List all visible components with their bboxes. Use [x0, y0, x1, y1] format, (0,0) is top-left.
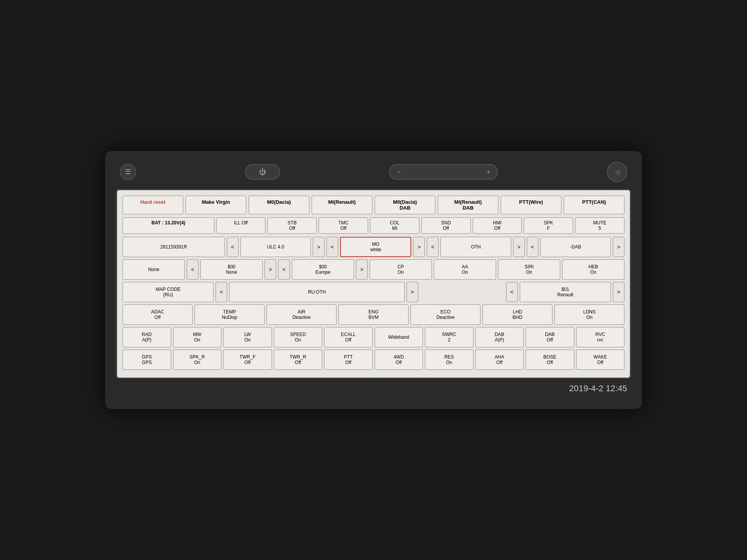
mo-value: MOwhite [340, 237, 411, 257]
siri-status[interactable]: SIRIOn [498, 259, 560, 280]
ptt-can-button[interactable]: PTT(CAN) [564, 196, 624, 214]
spkr-status[interactable]: SPK_ROn [173, 350, 222, 370]
lw-status[interactable]: LWOn [223, 327, 272, 347]
speed-status[interactable]: SPEEDOn [274, 327, 323, 347]
ptt-wire-button[interactable]: PTT(Wire) [501, 196, 561, 214]
oth-value: OTH [440, 237, 511, 257]
mw-status[interactable]: MWOn [173, 327, 222, 347]
adac-status[interactable]: ADACOff [123, 304, 193, 325]
action-buttons-row: Hard reset Make Virgin M0(Dacia) MI(Rena… [123, 196, 624, 214]
row4: None < $00None > < $00Europe > CPOn AAOn… [123, 259, 624, 280]
top-controls: ☰ ⏻ − + ◁ [116, 162, 631, 182]
dab-off-status[interactable]: DABOff [526, 327, 574, 347]
s00none-next-button[interactable]: > [265, 259, 276, 280]
oth-prev-button[interactable]: < [427, 237, 438, 257]
snd-status[interactable]: SNDOff [421, 217, 471, 234]
ulc-prev-button[interactable]: < [227, 237, 238, 257]
dab-prev-button[interactable]: < [527, 237, 538, 257]
4wd-status[interactable]: 4WDOff [375, 350, 423, 370]
device-outer: ☰ ⏻ − + ◁ Hard reset Make Virgin M0(Daci… [105, 151, 642, 409]
air-status[interactable]: AIRDeactive [267, 304, 337, 325]
aa-status[interactable]: AAOn [434, 259, 496, 280]
ruoth-prev-button[interactable]: < [216, 282, 227, 302]
heb-status[interactable]: HEBOn [562, 259, 624, 280]
hmi-status[interactable]: HMIOff [473, 217, 522, 234]
none-label: None [123, 259, 185, 280]
power-button[interactable]: ⏻ [245, 164, 280, 180]
s00none-prev-button[interactable]: < [187, 259, 198, 280]
ptt-off-status[interactable]: PTTOff [324, 350, 373, 370]
col-status[interactable]: COLMI [370, 217, 419, 234]
row8: GPSGPS SPK_ROn TWR_FOff TWR_ROff PTTOff … [123, 350, 624, 370]
row5: MAP CODE(RU) < RU:OTH > < $01Renault > [123, 282, 624, 302]
swrc-status[interactable]: SWRC2 [425, 327, 473, 347]
m0-dacia-button[interactable]: M0(Dacia) [249, 196, 309, 214]
twrf-status[interactable]: TWR_FOff [223, 350, 272, 370]
aha-status[interactable]: AHAOff [475, 350, 524, 370]
res-status[interactable]: RESOn [425, 350, 473, 370]
bose-status[interactable]: BOSEOff [526, 350, 574, 370]
eco-status[interactable]: ECODeactive [410, 304, 480, 325]
mi-renault-button[interactable]: MI(Renault) [312, 196, 372, 214]
ruoth-next-button[interactable]: > [407, 282, 418, 302]
mo-next-button[interactable]: > [413, 237, 425, 257]
twrr-status[interactable]: TWR_ROff [274, 350, 323, 370]
mo-prev-button[interactable]: < [326, 237, 338, 257]
hard-reset-button[interactable]: Hard reset [123, 196, 183, 214]
stb-status[interactable]: STBOff [267, 217, 317, 234]
wake-status[interactable]: WAKEOff [576, 350, 625, 370]
gps-status[interactable]: GPSGPS [123, 350, 171, 370]
spk-status[interactable]: SPKF [524, 217, 573, 234]
ecall-status[interactable]: ECALLOff [324, 327, 373, 347]
lhd-status[interactable]: LHDBHD [482, 304, 552, 325]
row6: ADACOff TEMPNoDisp AIRDeactive ENGBVM EC… [123, 304, 624, 325]
rvc-status[interactable]: RVCrvc [576, 327, 625, 347]
volume-slider[interactable]: − + [389, 164, 498, 180]
ulc-value: ULC 4.0 [240, 237, 311, 257]
dab-next-button[interactable]: > [613, 237, 624, 257]
renault-prev-button[interactable]: < [506, 282, 518, 302]
row7: RADA(P) MWOn LWOn SPEEDOn ECALLOff Wideb… [123, 327, 624, 347]
map-code-label: MAP CODE(RU) [123, 282, 214, 302]
bat-status[interactable]: BAT : 13.20V(4) [123, 217, 214, 234]
m0-dacia-dab-button[interactable]: M0(Dacia)DAB [375, 196, 435, 214]
renault-value: $01Renault [520, 282, 611, 302]
s00none-value: $00None [200, 259, 263, 280]
plus-icon: + [487, 168, 490, 175]
minus-icon: − [397, 168, 400, 175]
ulc-next-button[interactable]: > [313, 237, 324, 257]
dab-value: -DAB [540, 237, 611, 257]
eng-status[interactable]: ENGBVM [338, 304, 409, 325]
renault-next-button[interactable]: > [613, 282, 624, 302]
rad-status[interactable]: RADA(P) [123, 327, 171, 347]
wideband-status[interactable]: Wideband [375, 327, 423, 347]
make-virgin-button[interactable]: Make Virgin [186, 196, 246, 214]
tmc-status[interactable]: TMCOff [319, 217, 368, 234]
ruoth-value: RU:OTH [229, 282, 404, 302]
s00europe-next-button[interactable]: > [356, 259, 368, 280]
right-knob[interactable]: ◁ [607, 162, 627, 182]
s00europe-prev-button[interactable]: < [278, 259, 290, 280]
s00europe-value: $00Europe [292, 259, 354, 280]
cp-status[interactable]: CPOn [370, 259, 432, 280]
mi-renault-dab-button[interactable]: MI(Renault)DAB [438, 196, 498, 214]
temp-status[interactable]: TEMPNoDisp [195, 304, 265, 325]
oth-next-button[interactable]: > [513, 237, 525, 257]
menu-icon[interactable]: ☰ [120, 164, 136, 180]
device-id: 281159391R [123, 237, 225, 257]
ill-status[interactable]: ILL Off [216, 217, 266, 234]
dab-ap-status[interactable]: DABA(P) [475, 327, 524, 347]
row3: 281159391R < ULC 4.0 > < MOwhite > < OTH… [123, 237, 624, 257]
mute-status[interactable]: MUTE5 [575, 217, 624, 234]
timestamp: 2019-4-2 12:45 [116, 383, 631, 394]
screen: Hard reset Make Virgin M0(Dacia) MI(Rena… [116, 189, 631, 379]
status-row: BAT : 13.20V(4) ILL Off STBOff TMCOff CO… [123, 217, 624, 234]
ldns-status[interactable]: LDNSOn [554, 304, 624, 325]
